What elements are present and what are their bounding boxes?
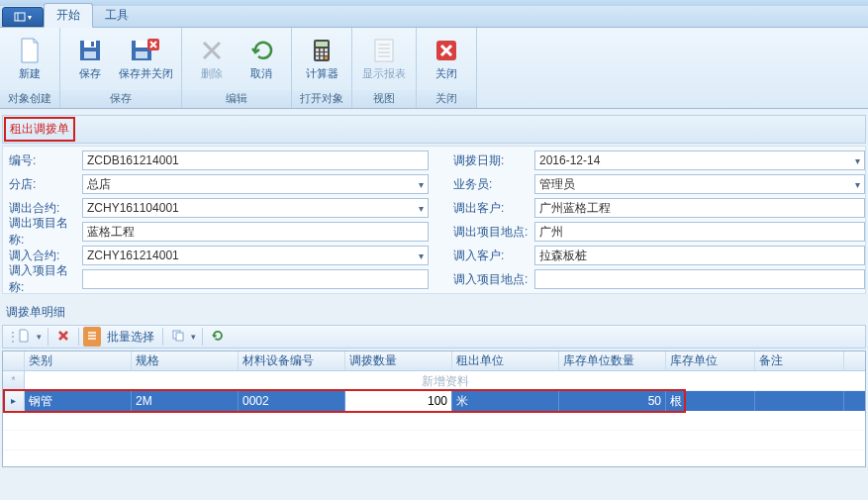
group-open-label: 打开对象 xyxy=(292,90,351,108)
tb-refresh-button[interactable] xyxy=(207,327,229,347)
svg-rect-14 xyxy=(325,49,328,51)
lbl-incontract: 调入合约: xyxy=(3,248,82,264)
input-outcontract[interactable]: ZCHY161104001▾ xyxy=(82,198,429,218)
grid-body: * 新增资料 ▸ 钢管 2M 0002 100 米 50 根 xyxy=(3,371,865,411)
col-remark[interactable]: 备注 xyxy=(755,351,844,370)
chevron-down-icon[interactable]: ▾ xyxy=(191,332,198,342)
svg-rect-15 xyxy=(316,52,319,55)
grid-empty-area xyxy=(3,411,865,466)
input-inproject[interactable] xyxy=(82,269,429,289)
input-incustomer[interactable]: 拉森板桩 xyxy=(534,246,865,265)
input-outcustomer[interactable]: 广州蓝格工程 xyxy=(534,198,865,218)
col-outunit[interactable]: 租出单位 xyxy=(452,351,559,370)
cell-remark[interactable] xyxy=(755,391,844,411)
lbl-outproject: 调出项目名称: xyxy=(3,215,82,249)
chevron-down-icon: ▾ xyxy=(855,155,860,166)
chevron-down-icon[interactable]: ▾ xyxy=(37,332,44,342)
group-close-label: 关闭 xyxy=(417,90,476,108)
chevron-down-icon: ▾ xyxy=(419,250,424,261)
tb-batch-icon[interactable] xyxy=(83,327,101,347)
app-menu-button[interactable]: ▾ xyxy=(2,7,44,27)
col-stockqty[interactable]: 库存单位数量 xyxy=(559,351,666,370)
report-button[interactable]: 显示报表 xyxy=(358,32,410,83)
group-view-label: 视图 xyxy=(352,90,416,108)
list-icon xyxy=(86,330,98,345)
new-row-placeholder: 新增资料 xyxy=(25,371,865,390)
input-clerk[interactable]: 管理员▾ xyxy=(534,174,865,194)
calculator-icon xyxy=(306,35,338,66)
delete-icon xyxy=(56,329,70,346)
lbl-outcontract: 调出合约: xyxy=(3,200,82,217)
svg-rect-20 xyxy=(325,56,328,59)
new-file-icon xyxy=(14,35,46,66)
svg-rect-5 xyxy=(91,42,94,47)
row-selector-header[interactable] xyxy=(3,351,25,370)
col-qty[interactable]: 调拨数量 xyxy=(345,351,452,370)
undo-icon xyxy=(245,35,277,66)
cancel-label: 取消 xyxy=(250,67,272,80)
input-date[interactable]: 2016-12-14▾ xyxy=(534,150,865,170)
lbl-date: 调拨日期: xyxy=(447,152,534,169)
col-code[interactable]: 材料设备编号 xyxy=(239,351,345,370)
cell-outunit[interactable]: 米 xyxy=(452,391,559,411)
tb-delete-button[interactable] xyxy=(52,327,74,347)
chevron-down-icon: ▾ xyxy=(855,179,860,190)
lbl-no: 编号: xyxy=(3,152,82,169)
cell-category[interactable]: 钢管 xyxy=(25,391,132,411)
tb-batch-label[interactable]: 批量选择 xyxy=(103,329,158,346)
cell-qty[interactable]: 100 xyxy=(345,391,452,411)
delete-button[interactable]: 删除 xyxy=(188,32,236,83)
lbl-outcustomer: 调出客户: xyxy=(447,200,534,217)
tb-copy-button[interactable] xyxy=(167,327,189,347)
report-icon xyxy=(368,35,400,66)
grid-new-row[interactable]: * 新增资料 xyxy=(3,371,865,391)
input-inaddr[interactable] xyxy=(534,269,865,289)
cell-stockunit[interactable]: 根 xyxy=(666,391,755,411)
col-category[interactable]: 类别 xyxy=(25,351,132,370)
svg-rect-18 xyxy=(316,56,319,59)
save-close-label: 保存并关闭 xyxy=(119,67,173,80)
new-file-icon xyxy=(17,329,31,346)
cancel-button[interactable]: 取消 xyxy=(238,32,285,83)
grid-data-row[interactable]: ▸ 钢管 2M 0002 100 米 50 根 xyxy=(3,391,865,411)
col-stockunit[interactable]: 库存单位 xyxy=(666,351,755,370)
input-branch[interactable]: 总店▾ xyxy=(82,174,429,194)
cell-code[interactable]: 0002 xyxy=(239,391,345,411)
calculator-button[interactable]: 计算器 xyxy=(298,32,345,83)
svg-rect-3 xyxy=(84,41,96,48)
report-label: 显示报表 xyxy=(362,67,406,80)
cell-spec[interactable]: 2M xyxy=(132,391,239,411)
input-outproject[interactable]: 蓝格工程 xyxy=(82,222,429,242)
input-incontract[interactable]: ZCHY161214001▾ xyxy=(82,246,429,265)
svg-rect-16 xyxy=(321,52,324,55)
detail-toolbar: ⋮ ▾ 批量选择 ▾ xyxy=(2,325,866,349)
svg-rect-7 xyxy=(136,41,147,48)
svg-rect-11 xyxy=(316,42,328,47)
tb-new-button[interactable] xyxy=(13,327,35,347)
input-outaddr[interactable]: 广州 xyxy=(534,222,865,242)
tab-tools[interactable]: 工具 xyxy=(93,4,141,27)
lbl-inaddr: 调入项目地点: xyxy=(447,271,534,288)
close-button[interactable]: 关闭 xyxy=(423,32,470,83)
chevron-down-icon: ▾ xyxy=(419,203,424,214)
save-close-button[interactable]: 保存并关闭 xyxy=(116,32,175,83)
svg-rect-8 xyxy=(136,51,147,58)
svg-rect-17 xyxy=(325,52,328,55)
cell-stockqty[interactable]: 50 xyxy=(559,391,666,411)
ribbon: 新建 对象创建 保存 保存并关闭 保存 xyxy=(0,28,868,109)
new-button[interactable]: 新建 xyxy=(6,32,53,83)
form-area: 编号: ZCDB161214001 调拨日期: 2016-12-14▾ 分店: … xyxy=(2,146,866,294)
tab-start[interactable]: 开始 xyxy=(44,3,93,28)
new-label: 新建 xyxy=(19,67,41,80)
detail-title: 调拨单明细 xyxy=(2,302,866,323)
svg-rect-13 xyxy=(321,49,324,51)
doc-title: 租出调拨单 xyxy=(4,117,75,142)
section-bar: 租出调拨单 xyxy=(2,115,866,144)
svg-rect-21 xyxy=(375,40,393,61)
lbl-inproject: 调入项目名称: xyxy=(3,262,82,296)
input-no[interactable]: ZCDB161214001 xyxy=(82,150,429,170)
col-spec[interactable]: 规格 xyxy=(132,351,239,370)
group-edit-label: 编辑 xyxy=(182,90,291,108)
grid: 类别 规格 材料设备编号 调拨数量 租出单位 库存单位数量 库存单位 备注 * … xyxy=(2,350,866,467)
save-button[interactable]: 保存 xyxy=(66,32,114,83)
